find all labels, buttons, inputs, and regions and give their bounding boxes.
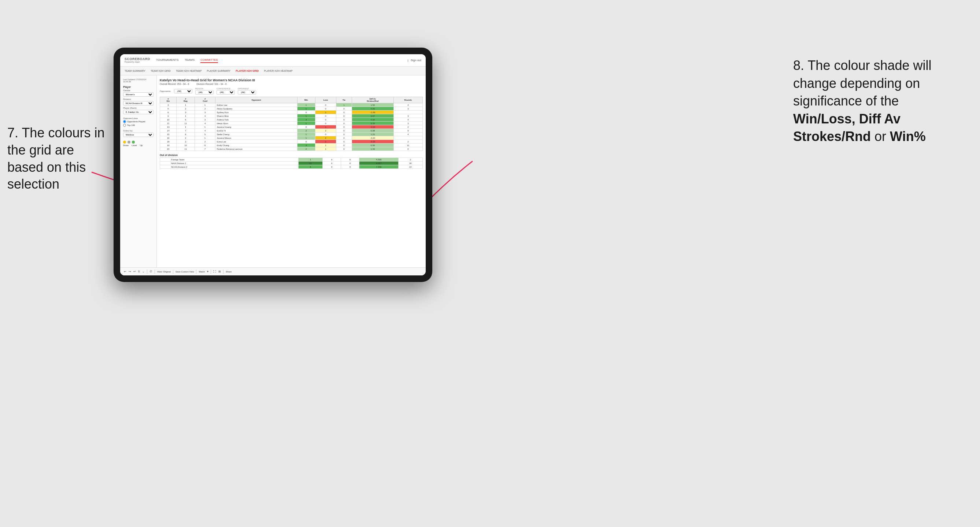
nav-teams[interactable]: TEAMS <box>185 57 195 63</box>
save-custom-btn[interactable]: Save Custom View <box>175 271 194 273</box>
view-original-btn[interactable]: View: Original <box>157 271 171 273</box>
table-row: 522 Alexis Sudjianto 1 0 0 4.00 3 <box>160 107 423 111</box>
sub-nav-player-h2h-grid[interactable]: PLAYER H2H GRID <box>235 70 259 72</box>
colour-by-label: Colour by <box>123 130 153 132</box>
sub-nav-player-h2h-heatmap[interactable]: PLAYER H2H HEATMAP <box>264 70 292 72</box>
sign-out-link[interactable]: Sign out <box>411 59 421 62</box>
table-row: 1474 Eunice Yi 2 2 0 0.38 9 <box>160 129 423 133</box>
radio-opponents-played[interactable]: Opponents Played <box>123 120 153 123</box>
watch-btn[interactable]: Watch <box>199 271 205 273</box>
col-div: #Div <box>160 97 177 103</box>
nav-bar: SCOREBOARD Powered by clippd TOURNAMENTS… <box>120 54 426 67</box>
nav-separator: | <box>408 59 409 62</box>
table-row: 1311 Jessica Huang 0 1 0 -3.00 2 <box>160 125 423 129</box>
gender-label: Gender <box>123 89 153 92</box>
col-diff: Diff AvStrokes/Rnd <box>352 97 393 103</box>
player-rank-select[interactable]: 8. Katelyn Vo <box>123 110 153 114</box>
nav-right: | Sign out <box>408 59 421 62</box>
col-reg: #Reg <box>176 97 194 103</box>
right-annotation-text: 8. The colour shade will change dependin… <box>793 58 932 108</box>
opponent-filter-group: Opponent (All) <box>238 87 256 94</box>
divider4 <box>196 270 196 274</box>
main-content: Last Updated: 27/03/2024 16:55:38 Player… <box>120 75 426 267</box>
undo-btn[interactable]: ↩ <box>124 270 126 273</box>
divider6 <box>223 270 223 274</box>
table-row: 311 Esther Lee 1 0 1 1.50 4 <box>160 103 423 107</box>
player-rank-label: Player (Rank) <box>123 107 153 109</box>
legend-labels: Down Level Up <box>123 144 153 146</box>
radio-opponents-played-label: Opponents Played <box>127 121 145 123</box>
nav-tournaments[interactable]: TOURNAMENTS <box>156 57 179 63</box>
sub-nav-player-summary[interactable]: PLAYER SUMMARY <box>207 70 231 72</box>
copy-btn[interactable]: ⎘ <box>138 270 140 273</box>
overall-record: Overall Record: 353 - 34 - 6 <box>160 83 189 85</box>
col-win: Win <box>297 97 315 103</box>
clock-btn[interactable]: ⏱ <box>150 270 153 273</box>
div-3: 3 <box>160 103 177 107</box>
table-row: NAIA Division 1 15 0 0 9.267 30 <box>160 162 423 165</box>
radio-top100[interactable]: Top 100 <box>123 124 153 127</box>
table-row: 1585 Stella Cheng 1 0 0 1.25 4 <box>160 133 423 136</box>
filter-row: Opponents: (All) Region (All) Conference <box>160 87 423 94</box>
sub-nav-team-h2h-heatmap[interactable]: TEAM H2H HEATMAP <box>176 70 202 72</box>
region-select[interactable]: (All) <box>195 90 213 94</box>
table-row: 633 Sydney Kuo 0 1 0 -1.00 <box>160 111 423 114</box>
left-annotation: 7. The colours in the grid are based on … <box>7 124 110 193</box>
radio-top100-label: Top 100 <box>127 124 135 126</box>
main-data-table: #Div #Reg #Conf Opponent Win Loss Tie Di… <box>160 97 423 151</box>
col-loss: Loss <box>315 97 336 103</box>
table-row: 1063 Andrea York 2 0 0 4.00 4 <box>160 118 423 122</box>
col-tie: Tie <box>336 97 352 103</box>
division-select[interactable]: NCAA Division III <box>123 101 153 105</box>
grid-title: Katelyn Vo Head-to-Head Grid for Women's… <box>160 78 423 82</box>
redo-btn[interactable]: ↪ <box>129 270 131 273</box>
legend-level-label: Level <box>132 144 137 146</box>
colour-by-select[interactable]: Win/loss <box>123 133 153 137</box>
legend-up-dot <box>132 141 135 144</box>
table-row: 914 Sharon Mun 1 0 0 3.67 3 <box>160 114 423 118</box>
legend-down-label: Down <box>123 144 129 146</box>
opponents-filter-select[interactable]: (All) <box>174 89 192 94</box>
table-row: NCAA Division 2 5 0 0 7.400 10 <box>160 165 423 169</box>
paste-btn[interactable]: ⌄ <box>142 270 145 273</box>
right-or: or <box>875 129 890 144</box>
table-row: 19106 Emily Chang 4 1 0 0.30 11 <box>160 144 423 147</box>
table-row: 11114 Heejo Hyun 1 0 0 3.33 3 <box>160 122 423 125</box>
col-rounds: Rounds <box>393 97 422 103</box>
legend-down-dot <box>123 141 126 144</box>
share-btn[interactable]: Share <box>226 271 232 273</box>
nav-committee[interactable]: COMMITTEE <box>200 57 218 63</box>
out-of-division-table: Foreign Team 1 0 0 4.500 2 NAIA Division… <box>160 157 423 169</box>
divider2 <box>154 270 155 274</box>
sub-nav-team-summary[interactable]: TEAM SUMMARY <box>124 70 145 72</box>
expand-btn[interactable]: ⛶ <box>213 270 216 273</box>
table-row: 1621 Jessica Mason 1 2 0 -0.94 <box>160 136 423 140</box>
tablet-screen: SCOREBOARD Powered by clippd TOURNAMENTS… <box>120 54 426 275</box>
legend-up-label: Up <box>140 144 143 146</box>
opponent-select[interactable]: (All) <box>238 90 256 94</box>
watch-chevron[interactable]: ▾ <box>207 270 208 273</box>
nav-links: TOURNAMENTS TEAMS COMMITTEE <box>156 57 408 63</box>
table-row: Foreign Team 1 0 0 4.500 2 <box>160 158 423 162</box>
opponent-view-label: Opponent view <box>123 117 153 119</box>
undo2-btn[interactable]: ↩ <box>134 270 136 273</box>
division-record: Division Record: 331 - 34 - 6 <box>196 83 226 85</box>
tablet-device: SCOREBOARD Powered by clippd TOURNAMENTS… <box>114 48 432 282</box>
timestamp: Last Updated: 27/03/2024 16:55:38 <box>123 78 153 83</box>
divider5 <box>211 270 211 274</box>
sub-nav-team-h2h-grid[interactable]: TEAM H2H GRID <box>151 70 171 72</box>
right-bold4: Win% <box>890 129 926 144</box>
divider1 <box>147 270 147 274</box>
gender-select[interactable]: Women's <box>123 92 153 97</box>
player-section-title: Player <box>123 86 153 88</box>
bottom-toolbar: ↩ ↪ ↩ ⎘ ⌄ ⏱ View: Original Save Custom V… <box>120 267 426 275</box>
region-label: Region <box>195 87 213 90</box>
left-annotation-text: 7. The colours in the grid are based on … <box>7 125 104 192</box>
legend-level-dot <box>127 141 130 144</box>
out-of-division-header: Out of division <box>160 154 423 156</box>
opponent-label: Opponent <box>238 87 256 90</box>
conference-select[interactable]: (All) <box>216 90 235 94</box>
conference-filter-group: Conference (All) <box>216 87 235 94</box>
division-label: Division <box>123 98 153 100</box>
grid-btn[interactable]: ⊞ <box>218 270 221 273</box>
